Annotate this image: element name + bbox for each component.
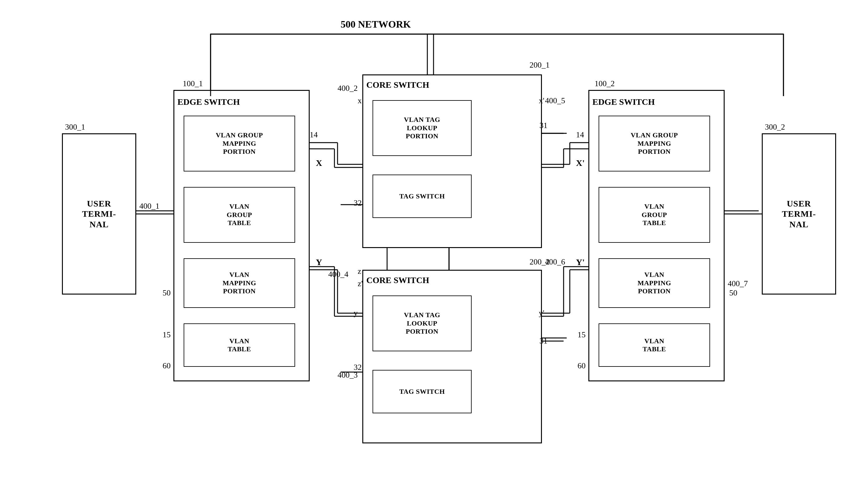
ref-400-1: 400_1 [140, 202, 159, 211]
ref-60-left: 60 [162, 361, 170, 371]
vlan-group-table-right: VLANGROUPTABLE [598, 187, 710, 243]
ref-32-top: 32 [354, 198, 362, 208]
ref-31-top: 31 [539, 121, 548, 130]
user-terminal-left-label: USERTERMI-NAL [82, 198, 116, 230]
vlan-table-right: VLANTABLE [598, 323, 710, 367]
ref-200-1: 200_1 [530, 60, 550, 70]
ref-300-2: 300_2 [765, 122, 785, 132]
ref-15-left: 15 [162, 330, 170, 340]
port-x-prime: x' [539, 96, 545, 106]
vlan-group-mapping-right: VLAN GROUPMAPPINGPORTION [598, 116, 710, 171]
ref-400-4: 400_4 [328, 270, 348, 279]
ref-50-right: 50 [729, 288, 737, 298]
port-X-prime: X' [576, 158, 585, 168]
ref-60-right: 60 [578, 361, 586, 371]
ref-400-7: 400_7 [728, 279, 748, 288]
network-label: 500 NETWORK [341, 19, 411, 30]
port-y-prime: y' [539, 309, 545, 318]
ref-400-6: 400_6 [545, 257, 565, 267]
ref-15-right: 15 [578, 330, 586, 340]
ref-50-left: 50 [162, 288, 170, 298]
edge-switch-right-label: EDGE SWITCH [592, 97, 655, 107]
edge-switch-left-label: EDGE SWITCH [178, 97, 240, 107]
user-terminal-right: USERTERMI-NAL [762, 133, 836, 294]
ref-31-bottom: 31 [539, 336, 548, 346]
core-switch-top: CORE SWITCH VLAN TAGLOOKUPPORTION TAG SW… [362, 75, 542, 248]
vlan-tag-lookup-top: VLAN TAGLOOKUPPORTION [373, 100, 472, 156]
vlan-table-left: VLANTABLE [184, 323, 295, 367]
edge-switch-right: EDGE SWITCH VLAN GROUPMAPPINGPORTION VLA… [588, 90, 724, 381]
tag-switch-bottom: TAG SWITCH [373, 370, 472, 413]
user-terminal-right-label: USERTERMI-NAL [782, 198, 816, 230]
port-Y: Y [316, 257, 322, 267]
vlan-mapping-portion-left: VLANMAPPINGPORTION [184, 258, 295, 308]
port-z-prime: z' [358, 279, 363, 288]
vlan-mapping-portion-right: VLANMAPPINGPORTION [598, 258, 710, 308]
port-Y-prime: Y' [576, 257, 585, 267]
port-z-small: z [358, 267, 361, 276]
ref-400-2: 400_2 [338, 84, 358, 93]
user-terminal-left: USERTERMI-NAL [62, 133, 136, 294]
core-switch-bottom: CORE SWITCH VLAN TAGLOOKUPPORTION TAG SW… [362, 270, 542, 444]
core-switch-top-label: CORE SWITCH [366, 80, 429, 90]
port-x-small: x [358, 96, 362, 106]
ref-400-5: 400_5 [545, 96, 565, 106]
core-switch-bottom-label: CORE SWITCH [366, 275, 429, 285]
port-y-small: y [354, 309, 358, 318]
edge-switch-left: EDGE SWITCH VLAN GROUPMAPPINGPORTION VLA… [174, 90, 310, 381]
vlan-tag-lookup-bottom: VLAN TAGLOOKUPPORTION [373, 295, 472, 351]
ref-14-right: 14 [576, 130, 584, 140]
ref-300-1: 300_1 [65, 122, 85, 132]
vlan-group-mapping-left: VLAN GROUPMAPPINGPORTION [184, 116, 295, 171]
port-X: X [316, 158, 322, 168]
diagram: 500 NETWORK USERTERMI-NAL 300_1 400_1 ED… [0, 0, 868, 484]
ref-400-3: 400_3 [338, 371, 358, 380]
ref-100-1: 100_1 [183, 79, 203, 88]
vlan-group-table-left: VLANGROUPTABLE [184, 187, 295, 243]
tag-switch-top: TAG SWITCH [373, 175, 472, 218]
ref-14-left: 14 [310, 130, 318, 140]
ref-100-2: 100_2 [595, 79, 615, 88]
